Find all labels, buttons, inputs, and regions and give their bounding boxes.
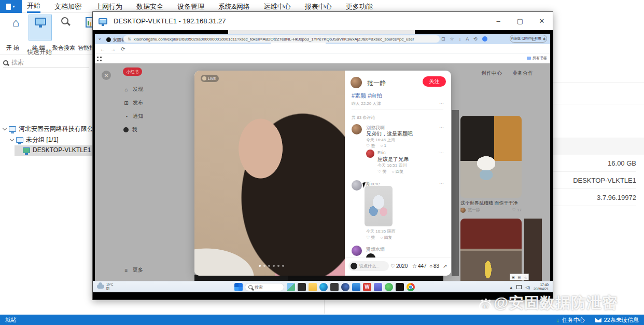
teams-icon[interactable] — [374, 283, 382, 291]
outlook-icon[interactable] — [352, 283, 360, 291]
carousel-dots[interactable] — [259, 265, 284, 267]
creator-center-link[interactable]: 创作中心 — [481, 70, 502, 77]
profile-avatar[interactable] — [482, 36, 487, 42]
translate-icon[interactable]: A — [466, 36, 469, 42]
file-explorer-icon[interactable] — [309, 283, 317, 291]
menu-item-doc-encrypt[interactable]: 文档加密 — [54, 0, 81, 13]
more-icon[interactable]: ⋯ — [439, 150, 444, 155]
commenter-avatar[interactable] — [352, 124, 362, 134]
feed-card-likes[interactable]: ♡ 17 — [512, 208, 522, 212]
comment-actions[interactable]: ♡ 赞 ○ 回复 — [366, 235, 392, 240]
back-icon[interactable]: ← — [100, 46, 105, 52]
comment-actions[interactable]: ♡ 赞 ○ 回复 — [377, 169, 403, 174]
history-icon[interactable]: ⟲ — [473, 36, 478, 42]
reply-action[interactable]: ○ 回复 — [380, 235, 392, 240]
task-center-button[interactable]: ↓ 任务中心 — [556, 316, 585, 324]
more-icon[interactable]: ⋯ — [439, 125, 444, 130]
author-avatar[interactable] — [351, 77, 362, 88]
remote-window-titlebar[interactable]: DESKTOP-VLKTLE1 - 192.168.31.27 — [93, 12, 553, 30]
like-action[interactable]: ♡ 赞 — [366, 143, 375, 149]
reply-count[interactable]: ○ 1 — [380, 143, 386, 149]
photos-icon[interactable] — [330, 283, 339, 291]
bookmark-star-icon[interactable]: ☆ — [450, 36, 454, 42]
modal-close-button[interactable]: ✕ — [102, 71, 111, 80]
menu-item-start[interactable]: 开始 — [27, 0, 40, 13]
close-button[interactable]: ✕ — [538, 17, 545, 25]
ribbon-home-button[interactable]: ⌂ — [4, 15, 27, 40]
maximize-button[interactable]: ▢ — [516, 17, 524, 25]
tree-node-desktop-vlktle1[interactable]: DESKTOP-VLKTLE1 — [23, 146, 91, 154]
widgets-icon[interactable] — [287, 283, 295, 291]
remote-screen[interactable]: ˅ 安固软件的抖音 - 抖音 × 小红书创作服务平台 × 小红书创作服务平台 ×… — [93, 30, 553, 300]
remote-tool-icon[interactable]: ▣ — [512, 275, 515, 279]
kebab-menu-icon[interactable]: ⋮ — [543, 37, 547, 41]
commenter-name[interactable]: 贤烦水烟 — [366, 246, 385, 253]
comment-input[interactable]: 说点什么... — [348, 261, 389, 271]
spinner-app-icon[interactable] — [341, 283, 349, 291]
unread-messages-button[interactable]: 22条未读信息 — [595, 316, 639, 324]
business-coop-link[interactable]: 业务合作 — [512, 70, 533, 77]
speaker-icon[interactable]: ◁) — [525, 285, 530, 290]
commenter-avatar[interactable] — [366, 150, 374, 158]
forward-icon[interactable]: → — [110, 46, 116, 52]
remote-tool-icon[interactable]: ▤ — [517, 275, 521, 279]
follow-button[interactable]: 关注 — [423, 76, 446, 87]
tree-node-ungrouped[interactable]: 未分组 [1/1] — [10, 136, 59, 144]
url-bar[interactable]: ⇅ xiaohongshu.com/explore/6805029a000000… — [123, 35, 440, 43]
feed-card-next-image[interactable] — [460, 219, 522, 281]
commenter-avatar[interactable] — [352, 180, 362, 191]
edge-icon[interactable] — [319, 283, 328, 291]
all-bookmarks-folder[interactable]: 所有书签 — [527, 56, 547, 61]
taskbar-weather-widget[interactable]: 19°C 阴 — [97, 282, 113, 291]
like-button[interactable]: ♡ 2020 — [390, 263, 408, 269]
nav-item-notifications[interactable]: ◔ 通知 — [123, 113, 143, 120]
tray-expand-icon[interactable]: ▲ — [509, 286, 513, 289]
task-view-icon[interactable] — [298, 283, 306, 291]
avatar[interactable] — [460, 208, 466, 213]
comment-actions[interactable]: ♡ 赞 ○ 1 — [366, 143, 386, 149]
remote-tool-icon[interactable]: ⿻ — [524, 275, 527, 279]
nav-item-more[interactable]: ≡ 更多 — [123, 266, 143, 274]
like-action[interactable]: ♡ 赞 — [366, 235, 375, 240]
sidebar-search-input[interactable]: 搜索 — [3, 58, 89, 68]
wechat-icon[interactable] — [385, 283, 393, 291]
display-tray-icon[interactable] — [516, 285, 522, 289]
collect-button[interactable]: ☆ 447 — [412, 263, 427, 269]
feed-card-user[interactable]: 范一静 — [468, 207, 480, 213]
nav-item-publish[interactable]: ⊞ 发布 — [123, 99, 143, 106]
ribbon-search-button[interactable] — [53, 15, 76, 40]
nav-item-me[interactable]: 我 — [123, 126, 137, 133]
apps-grid-icon[interactable] — [97, 57, 102, 61]
nav-item-discover[interactable]: ⌂ 发现 — [123, 86, 143, 93]
taskbar-clock[interactable]: 17:40 2025/4/21 — [534, 283, 549, 291]
download-icon[interactable]: ↓ — [459, 36, 461, 42]
share-button[interactable]: ↗ — [443, 263, 447, 269]
tab-search-chevron-icon[interactable]: ˅ — [99, 37, 101, 42]
chevron-down-icon[interactable] — [10, 137, 14, 141]
author-name[interactable]: 范一静 — [367, 79, 386, 88]
comment-button[interactable]: ○ 83 — [429, 263, 439, 269]
share-screen-icon[interactable]: ⊡ — [441, 36, 445, 42]
reply-action[interactable]: ○ 回复 — [391, 169, 403, 174]
wps-icon[interactable]: W — [363, 283, 371, 291]
taskbar-search-box[interactable]: 搜索 — [245, 283, 284, 291]
comment-sticker-image[interactable] — [365, 186, 393, 226]
more-icon[interactable]: ⋯ — [439, 101, 444, 106]
remote-control-floatbar[interactable]: ▣ ▤ ⿻ — [510, 274, 529, 280]
app-main-menu-button[interactable]: ▼ — [0, 0, 22, 13]
post-hashtags[interactable]: #素颜 #自拍 — [352, 92, 382, 100]
xiaohongshu-logo[interactable]: 小红书 — [123, 67, 142, 76]
capcut-icon[interactable] — [396, 283, 404, 291]
post-photo[interactable]: LIVE — [194, 71, 345, 276]
commenter-name[interactable]: Eric — [377, 150, 386, 155]
live-badge[interactable]: LIVE — [201, 75, 219, 82]
minimize-button[interactable]: – — [495, 17, 502, 25]
chevron-down-icon[interactable] — [3, 126, 7, 130]
commenter-avatar[interactable] — [352, 246, 362, 256]
ribbon-terminal-button[interactable] — [29, 15, 52, 40]
chrome-icon[interactable] — [407, 283, 415, 291]
feed-card-dog-image[interactable] — [460, 116, 522, 198]
reload-icon[interactable]: ⟳ — [121, 46, 125, 52]
windows-start-button[interactable] — [234, 283, 243, 291]
more-icon[interactable]: ⋯ — [439, 181, 444, 186]
